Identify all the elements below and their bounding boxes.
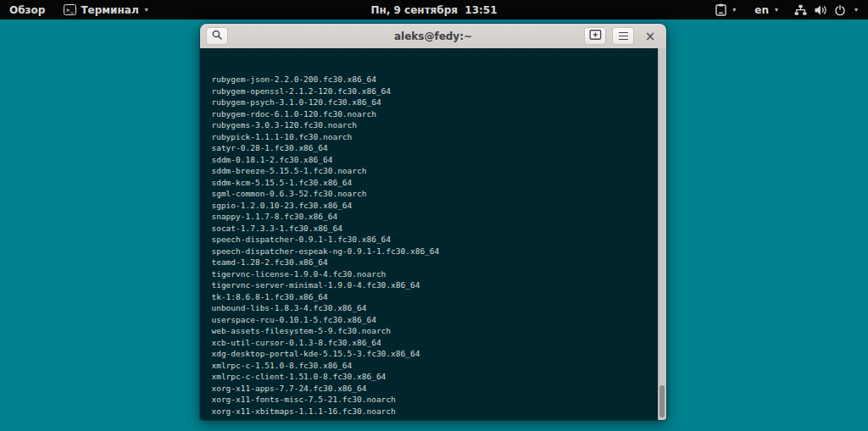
input-source-label: en [754, 4, 769, 16]
package-line: rubygem-openssl-2.1.2-120.fc30.x86_64 [202, 86, 666, 97]
package-line: xmlrpc-c-1.51.0-8.fc30.x86_64 [202, 360, 666, 372]
chevron-down-icon: ▾ [775, 7, 778, 14]
package-line: sddm-kcm-5.15.5-1.fc30.x86_64 [202, 177, 666, 189]
desktop: Обзор >_ Терминал ▾ Пн, 9 сентября 13:51 [0, 0, 868, 431]
package-line: unbound-libs-1.8.3-4.fc30.x86_64 [202, 302, 666, 314]
package-line: snappy-1.1.7-8.fc30.x86_64 [202, 211, 666, 223]
package-line: rubypick-1.1.1-10.fc30.noarch [202, 131, 666, 143]
package-line: xorg-x11-apps-7.7-24.fc30.x86_64 [202, 383, 666, 395]
package-line: tk-1:8.6.8-1.fc30.x86_64 [202, 291, 666, 303]
package-line: teamd-1.28-2.fc30.x86_64 [202, 257, 666, 268]
package-line: xcb-util-cursor-0.1.3-8.fc30.x86_64 [202, 337, 666, 349]
chevron-down-icon: ▾ [732, 7, 736, 14]
top-bar: Обзор >_ Терминал ▾ Пн, 9 сентября 13:51 [0, 0, 868, 19]
terminal-output[interactable]: rubygem-json-2.2.0-200.fc30.x86_64 rubyg… [200, 48, 666, 420]
package-line: rubygems-3.0.3-120.fc30.noarch [202, 119, 666, 131]
new-tab-button[interactable] [584, 27, 606, 45]
package-line: web-assets-filesystem-5-9.fc30.noarch [202, 325, 666, 337]
input-source-menu[interactable]: en ▾ [745, 0, 787, 19]
package-line: speech-dispatcher-0.9.1-1.fc30.x86_64 [202, 234, 666, 246]
package-list: rubygem-json-2.2.0-200.fc30.x86_64 rubyg… [202, 74, 666, 417]
app-menu[interactable]: >_ Терминал ▾ [54, 0, 157, 19]
terminal-icon: >_ [64, 4, 76, 15]
clipboard-menu[interactable]: ▾ [706, 0, 745, 19]
package-line: xorg-x11-xbitmaps-1.1.1-16.fc30.noarch [202, 406, 666, 417]
package-line: satyr-0.28-1.fc30.x86_64 [202, 142, 666, 154]
clipboard-icon [715, 3, 726, 16]
search-button[interactable] [206, 27, 228, 45]
chevron-down-icon: ▾ [854, 7, 858, 14]
package-line: tigervnc-server-minimal-1.9.0-4.fc30.x86… [202, 279, 666, 291]
package-line: rubygem-rdoc-6.1.0-120.fc30.noarch [202, 108, 666, 120]
package-line: xmlrpc-c-client-1.51.0-8.fc30.x86_64 [202, 371, 666, 383]
window-title: aleks@fedy:~ [394, 24, 472, 48]
package-line: sgpio-1.2.0.10-23.fc30.x86_64 [202, 200, 666, 212]
package-line: sddm-0.18.1-2.fc30.x86_64 [202, 154, 666, 166]
hamburger-icon [619, 32, 628, 41]
chevron-down-icon: ▾ [145, 7, 148, 14]
package-line: speech-dispatcher-espeak-ng-0.9.1-1.fc30… [202, 246, 666, 257]
package-line: sgml-common-0.6.3-52.fc30.noarch [202, 188, 666, 200]
power-icon [834, 4, 846, 16]
new-tab-icon [589, 29, 602, 43]
clock[interactable]: Пн, 9 сентября 13:51 [361, 0, 506, 19]
terminal-window: aleks@fedy:~ × ruby [200, 24, 666, 420]
package-line: sddm-breeze-5.15.5-1.fc30.noarch [202, 165, 666, 177]
scrollbar-thumb[interactable] [659, 385, 665, 417]
package-line: tigervnc-license-1.9.0-4.fc30.noarch [202, 268, 666, 280]
package-line: xorg-x11-fonts-misc-7.5-21.fc30.noarch [202, 394, 666, 406]
app-menu-label: Терминал [81, 4, 138, 16]
package-line: xdg-desktop-portal-kde-5.15.5-3.fc30.x86… [202, 348, 666, 360]
menu-button[interactable] [612, 27, 634, 45]
search-icon [211, 29, 223, 43]
package-line: userspace-rcu-0.10.1-5.fc30.x86_64 [202, 314, 666, 326]
scrollbar[interactable] [658, 48, 666, 420]
close-button[interactable]: × [640, 27, 660, 45]
network-icon [794, 4, 807, 16]
volume-icon [814, 4, 827, 16]
package-line: socat-1.7.3.3-1.fc30.x86_64 [202, 223, 666, 235]
system-menu[interactable]: ▾ [787, 0, 868, 19]
package-line: rubygem-psych-3.1.0-120.fc30.x86_64 [202, 97, 666, 108]
package-line: rubygem-json-2.2.0-200.fc30.x86_64 [202, 74, 666, 86]
titlebar[interactable]: aleks@fedy:~ × [200, 24, 666, 49]
activities-button[interactable]: Обзор [0, 0, 54, 19]
